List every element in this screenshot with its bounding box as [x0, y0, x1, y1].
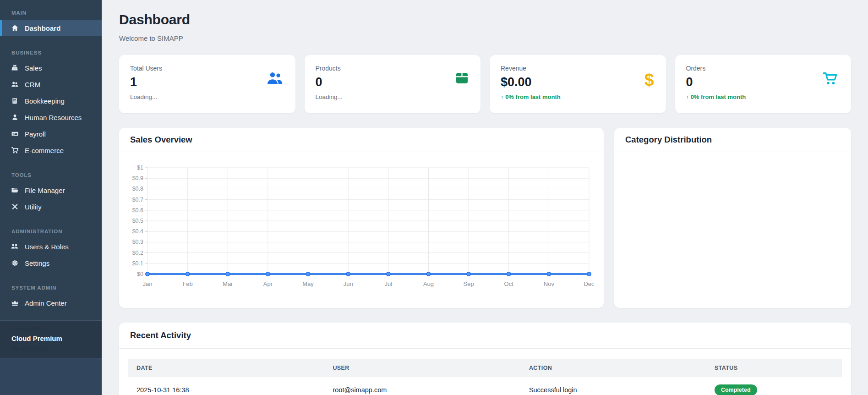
sidebar-group-label: SYSTEM ADMIN [0, 280, 102, 295]
sales-overview-body: $0$0.1$0.2$0.3$0.4$0.5$0.6$0.7$0.8$0.9$1… [119, 152, 604, 296]
stat-card-total-users: Total Users 1 Loading... [119, 55, 295, 113]
stat-label: Revenue [501, 65, 655, 72]
home-icon [11, 24, 19, 32]
sidebar-item-dashboard[interactable]: Dashboard [0, 20, 102, 36]
table-header-row: DATE USER ACTION STATUS [128, 359, 842, 377]
money-check-icon: $ [11, 130, 19, 137]
svg-text:$0.8: $0.8 [132, 186, 143, 192]
product-box-icon [455, 71, 469, 87]
svg-text:Jul: Jul [385, 280, 393, 287]
svg-text:$0.4: $0.4 [132, 228, 143, 235]
charts-row: Sales Overview $0$0.1$0.2$0.3$0.4$0.5$0.… [119, 128, 851, 308]
sidebar-item-label: Bookkeeping [25, 97, 65, 105]
current-plan-box: Current Plan: Cloud Premium No expiry da… [0, 320, 102, 358]
sidebar-item-bookkeeping[interactable]: Bookkeeping [0, 93, 102, 109]
current-plan-expiry: No expiry date [11, 345, 91, 352]
column-header-date: DATE [128, 359, 324, 377]
sidebar-group-business: BUSINESS Sales CRM Bookkeeping [0, 45, 102, 159]
svg-text:$0.3: $0.3 [132, 239, 143, 245]
svg-text:Jun: Jun [344, 280, 353, 287]
svg-text:Mar: Mar [223, 280, 233, 287]
main-content: Dashboard Welcome to SIMAPP Total Users … [102, 0, 868, 395]
welcome-subtitle: Welcome to SIMAPP [119, 34, 851, 42]
sidebar-group-label: BUSINESS [0, 45, 102, 60]
sales-overview-panel: Sales Overview $0$0.1$0.2$0.3$0.4$0.5$0.… [119, 128, 604, 308]
stat-value: 1 [130, 75, 284, 89]
sidebar-item-settings[interactable]: Settings [0, 255, 102, 271]
sidebar-item-ecommerce[interactable]: E-commerce [0, 142, 102, 159]
sidebar-group-label: ADMINISTRATION [0, 224, 102, 238]
stat-sub-text: 0% from last month [505, 93, 561, 100]
stat-label: Total Users [130, 65, 284, 72]
svg-text:Dec: Dec [584, 280, 594, 287]
sales-overview-title: Sales Overview [119, 128, 604, 152]
sidebar-item-label: Admin Center [25, 299, 67, 307]
stat-value: 0 [316, 75, 470, 89]
sidebar-item-utility[interactable]: Utility [0, 198, 102, 215]
svg-text:$0.5: $0.5 [132, 218, 143, 224]
folder-open-icon [11, 187, 19, 194]
sidebar-group-system-admin: SYSTEM ADMIN Admin Center [0, 280, 102, 311]
category-distribution-panel: Category Distribution [614, 128, 851, 308]
svg-text:Apr: Apr [263, 280, 273, 287]
arrow-up-icon: ↑ [501, 93, 504, 100]
cell-action: Successful login [521, 377, 706, 395]
cell-status: Completed [706, 377, 842, 395]
sidebar-item-label: E-commerce [25, 147, 64, 154]
sidebar-item-admin-center[interactable]: Admin Center [0, 295, 102, 311]
stat-sub: Loading... [316, 93, 470, 100]
recent-activity-body: DATE USER ACTION STATUS 2025-10-31 16:38… [119, 349, 851, 395]
sidebar-item-users-roles[interactable]: Users & Roles [0, 238, 102, 255]
sidebar-item-label: Human Resources [25, 114, 82, 121]
cell-date: 2025-10-31 16:38 [128, 377, 324, 395]
sidebar: MAIN Dashboard BUSINESS Sales CRM [0, 0, 102, 395]
users-group-icon [11, 243, 19, 250]
stat-sub: Loading... [130, 93, 284, 100]
current-plan-name: Cloud Premium [11, 335, 91, 342]
stat-label: Orders [686, 65, 841, 72]
sidebar-item-label: Users & Roles [25, 243, 69, 251]
page-title: Dashboard [119, 12, 851, 27]
sidebar-item-label: Settings [25, 259, 49, 267]
sidebar-group-label: TOOLS [0, 168, 102, 182]
recent-activity-table: DATE USER ACTION STATUS 2025-10-31 16:38… [128, 359, 842, 395]
svg-text:May: May [302, 280, 314, 287]
sidebar-item-label: Dashboard [25, 24, 60, 32]
gear-icon [11, 259, 19, 267]
stat-value: $0.00 [501, 75, 655, 89]
category-distribution-title: Category Distribution [614, 128, 851, 152]
category-distribution-body [614, 152, 851, 157]
sidebar-group-main: MAIN Dashboard [0, 5, 102, 36]
sidebar-item-label: Payroll [25, 130, 46, 138]
svg-text:$0: $0 [137, 271, 143, 277]
status-badge: Completed [715, 384, 757, 395]
cash-register-icon [11, 64, 19, 71]
sidebar-item-file-manager[interactable]: File Manager [0, 182, 102, 198]
sidebar-group-administration: ADMINISTRATION Users & Roles Settings [0, 224, 102, 271]
stat-card-orders: Orders 0 ↑ 0% from last month [675, 55, 852, 113]
cell-user: root@simapp.com [324, 377, 520, 395]
sidebar-item-label: File Manager [25, 187, 65, 194]
calculator-icon [11, 97, 19, 104]
stat-label: Products [316, 65, 470, 72]
tools-icon [11, 203, 19, 210]
sidebar-item-sales[interactable]: Sales [0, 60, 102, 76]
sidebar-item-human-resources[interactable]: Human Resources [0, 109, 102, 126]
sidebar-item-crm[interactable]: CRM [0, 76, 102, 93]
svg-text:$0.1: $0.1 [132, 260, 143, 267]
svg-text:Feb: Feb [182, 280, 192, 287]
stats-row: Total Users 1 Loading... Products 0 Load… [119, 55, 851, 113]
stat-card-revenue: Revenue $0.00 ↑ 0% from last month $ [490, 55, 666, 113]
users-group-icon [267, 71, 284, 87]
svg-text:Aug: Aug [423, 280, 434, 287]
svg-text:$1: $1 [137, 165, 143, 171]
sidebar-item-payroll[interactable]: $ Payroll [0, 126, 102, 142]
shopping-cart-icon [823, 71, 839, 88]
sidebar-group-tools: TOOLS File Manager Utility [0, 168, 102, 215]
sidebar-nav: MAIN Dashboard BUSINESS Sales CRM [0, 0, 102, 320]
svg-text:Nov: Nov [544, 280, 555, 287]
column-header-user: USER [324, 359, 520, 377]
svg-text:Sep: Sep [464, 280, 474, 287]
stat-sub: ↑ 0% from last month [686, 93, 841, 100]
stat-sub-text: 0% from last month [691, 93, 746, 100]
